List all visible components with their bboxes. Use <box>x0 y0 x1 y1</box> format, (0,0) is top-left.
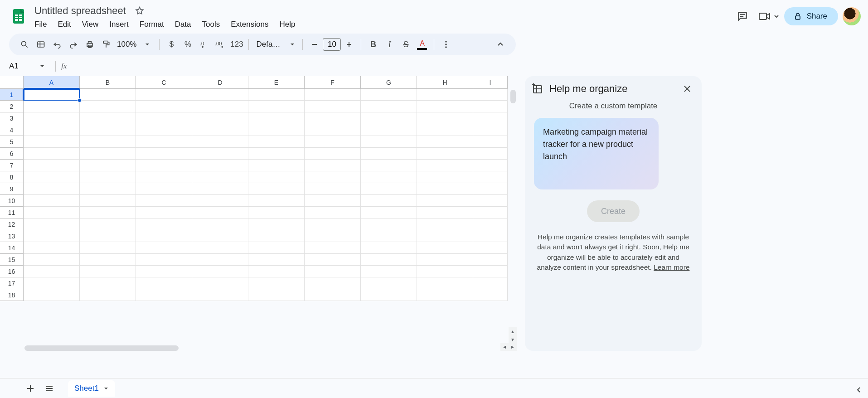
add-sheet-button[interactable] <box>21 379 40 398</box>
menu-extensions[interactable]: Extensions <box>226 18 273 31</box>
cell[interactable] <box>361 254 417 266</box>
cell[interactable] <box>24 183 80 195</box>
redo-button[interactable] <box>65 36 82 53</box>
cell[interactable] <box>136 136 192 148</box>
cell[interactable] <box>24 195 80 207</box>
cell[interactable] <box>473 207 508 218</box>
cell[interactable] <box>473 242 508 254</box>
sheet-tab[interactable]: Sheet1 <box>68 380 115 397</box>
cell[interactable] <box>24 136 80 148</box>
menu-file[interactable]: File <box>30 18 51 31</box>
bold-button[interactable]: B <box>365 36 381 53</box>
cell[interactable] <box>24 230 80 242</box>
cell[interactable] <box>361 242 417 254</box>
cell[interactable] <box>473 277 508 289</box>
cell[interactable] <box>361 277 417 289</box>
cell[interactable] <box>361 218 417 230</box>
menu-tools[interactable]: Tools <box>198 18 225 31</box>
cell[interactable] <box>361 148 417 160</box>
cell[interactable] <box>305 124 361 136</box>
cell[interactable] <box>417 171 473 183</box>
search-menus-button[interactable] <box>16 36 33 53</box>
cell[interactable] <box>417 101 473 112</box>
column-header[interactable]: F <box>305 76 361 89</box>
learn-more-link[interactable]: Learn more <box>654 263 689 271</box>
cell[interactable] <box>136 207 192 218</box>
scroll-right-button[interactable]: ▸ <box>509 343 517 351</box>
cell[interactable] <box>473 112 508 124</box>
cell[interactable] <box>361 171 417 183</box>
column-header[interactable]: G <box>361 76 417 89</box>
cell[interactable] <box>305 277 361 289</box>
cell[interactable] <box>80 112 136 124</box>
cell[interactable] <box>417 266 473 277</box>
cell[interactable] <box>80 101 136 112</box>
cell[interactable] <box>80 124 136 136</box>
cell[interactable] <box>361 124 417 136</box>
increase-font-size-button[interactable] <box>341 36 357 53</box>
cell[interactable] <box>417 195 473 207</box>
spreadsheet-grid[interactable]: A B C D E F G H I 1234567891011121314151… <box>0 76 517 351</box>
help-organize-toolbar-button[interactable] <box>33 36 49 53</box>
prompt-textarea[interactable] <box>534 118 659 189</box>
column-header[interactable]: D <box>192 76 248 89</box>
cell[interactable] <box>305 230 361 242</box>
cell[interactable] <box>417 207 473 218</box>
cell[interactable] <box>192 89 248 101</box>
collapse-toolbar-button[interactable] <box>492 36 509 53</box>
cell[interactable] <box>473 101 508 112</box>
cell[interactable] <box>305 195 361 207</box>
cell[interactable] <box>305 183 361 195</box>
cell[interactable] <box>136 101 192 112</box>
cell[interactable] <box>24 254 80 266</box>
cell[interactable] <box>192 254 248 266</box>
cell[interactable] <box>248 266 305 277</box>
cell[interactable] <box>192 242 248 254</box>
fill-handle[interactable] <box>78 98 82 102</box>
cell[interactable] <box>80 89 136 101</box>
cell[interactable] <box>473 230 508 242</box>
cell[interactable] <box>80 183 136 195</box>
select-all-corner[interactable] <box>0 76 24 89</box>
cell[interactable] <box>248 171 305 183</box>
cell[interactable] <box>192 148 248 160</box>
cell[interactable] <box>473 124 508 136</box>
document-title[interactable]: Untitled spreadsheet <box>32 4 129 18</box>
strikethrough-button[interactable]: S <box>398 36 414 53</box>
cell[interactable] <box>136 112 192 124</box>
cell[interactable] <box>24 89 80 101</box>
cell[interactable] <box>305 242 361 254</box>
zoom-level[interactable]: 100% <box>114 40 139 49</box>
increase-decimal-button[interactable]: .00 <box>212 36 228 53</box>
column-header[interactable]: E <box>248 76 305 89</box>
cell[interactable] <box>192 230 248 242</box>
cell[interactable] <box>248 277 305 289</box>
cell[interactable] <box>361 136 417 148</box>
cell[interactable] <box>24 266 80 277</box>
cell[interactable] <box>417 230 473 242</box>
cell[interactable] <box>248 195 305 207</box>
cell[interactable] <box>361 112 417 124</box>
cell[interactable] <box>136 124 192 136</box>
cell[interactable] <box>136 266 192 277</box>
cell[interactable] <box>248 230 305 242</box>
row-header[interactable]: 6 <box>0 148 24 160</box>
menu-format[interactable]: Format <box>135 18 169 31</box>
cell[interactable] <box>192 207 248 218</box>
cell[interactable] <box>305 112 361 124</box>
cell[interactable] <box>24 277 80 289</box>
cell[interactable] <box>80 277 136 289</box>
cell[interactable] <box>417 160 473 171</box>
menu-edit[interactable]: Edit <box>53 18 75 31</box>
cell[interactable] <box>417 124 473 136</box>
cell[interactable] <box>80 148 136 160</box>
name-box[interactable]: A1 <box>4 62 52 71</box>
cell[interactable] <box>305 171 361 183</box>
cell[interactable] <box>192 218 248 230</box>
cell[interactable] <box>305 101 361 112</box>
cell[interactable] <box>305 160 361 171</box>
row-header[interactable]: 2 <box>0 101 24 112</box>
cell[interactable] <box>361 195 417 207</box>
cell[interactable] <box>305 207 361 218</box>
cell[interactable] <box>136 160 192 171</box>
